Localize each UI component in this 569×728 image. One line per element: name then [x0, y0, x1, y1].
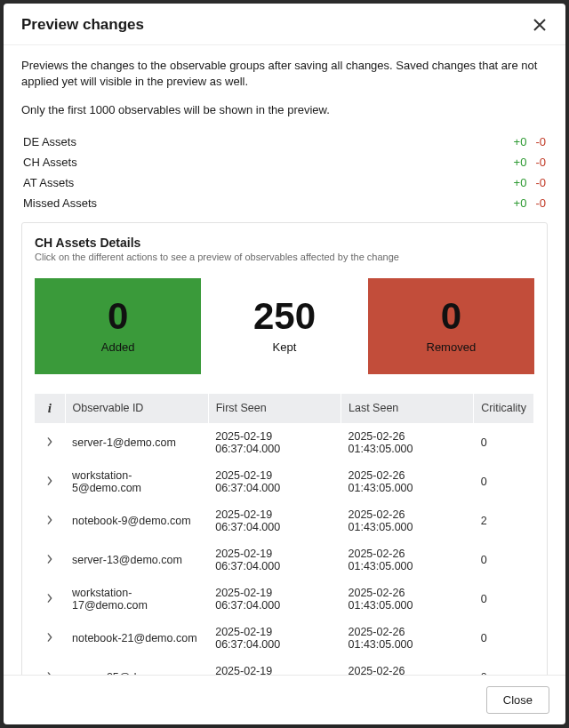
stats-row: 0 Added 250 Kept 0 Removed	[35, 278, 534, 374]
cell-observable-id: workstation-5@demo.com	[65, 462, 208, 501]
cell-last-seen: 2025-02-26 01:43:05.000	[341, 658, 474, 675]
cell-last-seen: 2025-02-26 01:43:05.000	[341, 540, 474, 580]
col-observable-id[interactable]: Observable ID	[65, 394, 208, 423]
cell-first-seen: 2025-02-19 06:37:04.000	[208, 540, 341, 580]
cell-criticality: 0	[474, 540, 534, 580]
cell-criticality: 0	[474, 580, 534, 619]
group-deltas: +0 -0	[514, 176, 546, 189]
chevron-right-icon[interactable]	[35, 580, 65, 619]
group-row[interactable]: CH Assets +0 -0	[21, 152, 548, 172]
cell-first-seen: 2025-02-19 06:37:04.000	[208, 580, 341, 619]
col-first-seen[interactable]: First Seen	[208, 394, 341, 423]
cell-first-seen: 2025-02-19 06:37:04.000	[208, 423, 341, 462]
group-name: Missed Assets	[23, 196, 97, 210]
dialog-footer: Close	[4, 675, 565, 724]
cell-observable-id: notebook-9@demo.com	[65, 501, 208, 540]
removed-count: -0	[535, 135, 546, 148]
dialog-header: Preview changes	[4, 4, 565, 44]
cell-last-seen: 2025-02-26 01:43:05.000	[341, 501, 474, 540]
cell-criticality: 0	[474, 658, 534, 675]
cell-first-seen: 2025-02-19 06:37:04.000	[208, 619, 341, 658]
details-card: CH Assets Details Click on the different…	[21, 222, 548, 675]
cell-observable-id: server-13@demo.com	[65, 540, 208, 580]
stat-removed[interactable]: 0 Removed	[368, 278, 534, 374]
table-header-row: i Observable ID First Seen Last Seen Cri…	[35, 394, 534, 423]
cell-observable-id: workstation-17@demo.com	[65, 580, 208, 619]
group-summary-list: DE Assets +0 -0 CH Assets +0 -0 AT Asset…	[21, 132, 548, 213]
chevron-right-icon[interactable]	[35, 540, 65, 580]
added-count: +0	[514, 156, 527, 169]
chevron-right-icon[interactable]	[35, 501, 65, 540]
added-count: +0	[514, 196, 527, 210]
table-row[interactable]: server-13@demo.com2025-02-19 06:37:04.00…	[35, 540, 534, 580]
cell-observable-id: server-1@demo.com	[65, 423, 208, 462]
group-deltas: +0 -0	[514, 135, 546, 148]
details-subtitle: Click on the different actions to see a …	[35, 252, 534, 262]
stat-removed-label: Removed	[427, 340, 477, 354]
table-body: server-1@demo.com2025-02-19 06:37:04.000…	[35, 423, 534, 675]
stat-added-value: 0	[108, 298, 128, 335]
cell-last-seen: 2025-02-26 01:43:05.000	[341, 423, 474, 462]
cell-criticality: 0	[474, 462, 534, 501]
stat-added[interactable]: 0 Added	[35, 278, 201, 374]
preview-changes-dialog: Preview changes Previews the changes to …	[4, 4, 565, 724]
group-deltas: +0 -0	[514, 196, 546, 210]
chevron-right-icon[interactable]	[35, 423, 65, 462]
cell-observable-id: notebook-21@demo.com	[65, 619, 208, 658]
chevron-right-icon[interactable]	[35, 462, 65, 501]
stat-added-label: Added	[101, 340, 135, 354]
group-row[interactable]: DE Assets +0 -0	[21, 132, 548, 152]
added-count: +0	[514, 135, 527, 148]
chevron-right-icon[interactable]	[35, 658, 65, 675]
stat-kept-value: 250	[253, 298, 316, 335]
cell-criticality: 0	[474, 423, 534, 462]
group-row[interactable]: Missed Assets +0 -0	[21, 193, 548, 213]
close-icon[interactable]	[532, 17, 548, 33]
table-row[interactable]: server-25@demo.com2025-02-19 06:37:04.00…	[35, 658, 534, 675]
added-count: +0	[514, 176, 527, 189]
cell-last-seen: 2025-02-26 01:43:05.000	[341, 462, 474, 501]
cell-first-seen: 2025-02-19 06:37:04.000	[208, 658, 341, 675]
cell-last-seen: 2025-02-26 01:43:05.000	[341, 619, 474, 658]
cell-criticality: 2	[474, 501, 534, 540]
cell-first-seen: 2025-02-19 06:37:04.000	[208, 501, 341, 540]
dialog-title: Preview changes	[21, 16, 144, 34]
group-name: AT Assets	[23, 176, 74, 189]
table-row[interactable]: notebook-21@demo.com2025-02-19 06:37:04.…	[35, 619, 534, 658]
cell-criticality: 0	[474, 619, 534, 658]
stat-removed-value: 0	[441, 298, 461, 335]
group-name: DE Assets	[23, 135, 76, 148]
col-info[interactable]: i	[35, 394, 65, 423]
stat-kept-label: Kept	[273, 340, 297, 354]
cell-last-seen: 2025-02-26 01:43:05.000	[341, 580, 474, 619]
table-row[interactable]: notebook-9@demo.com2025-02-19 06:37:04.0…	[35, 501, 534, 540]
cell-observable-id: server-25@demo.com	[65, 658, 208, 675]
table-row[interactable]: workstation-17@demo.com2025-02-19 06:37:…	[35, 580, 534, 619]
table-row[interactable]: server-1@demo.com2025-02-19 06:37:04.000…	[35, 423, 534, 462]
group-deltas: +0 -0	[514, 156, 546, 169]
removed-count: -0	[535, 196, 546, 210]
stat-kept[interactable]: 250 Kept	[201, 278, 367, 374]
close-button[interactable]: Close	[486, 686, 549, 714]
observables-table: i Observable ID First Seen Last Seen Cri…	[35, 394, 534, 675]
chevron-right-icon[interactable]	[35, 619, 65, 658]
group-row[interactable]: AT Assets +0 -0	[21, 172, 548, 193]
col-last-seen[interactable]: Last Seen	[341, 394, 474, 423]
intro-text-1: Previews the changes to the observable g…	[21, 58, 548, 90]
table-row[interactable]: workstation-5@demo.com2025-02-19 06:37:0…	[35, 462, 534, 501]
col-criticality[interactable]: Criticality	[474, 394, 534, 423]
removed-count: -0	[535, 156, 546, 169]
details-title: CH Assets Details	[35, 236, 534, 250]
removed-count: -0	[535, 176, 546, 189]
cell-first-seen: 2025-02-19 06:37:04.000	[208, 462, 341, 501]
group-name: CH Assets	[23, 156, 77, 169]
dialog-body[interactable]: Previews the changes to the observable g…	[4, 44, 565, 675]
intro-text-2: Only the first 1000 observables will be …	[21, 102, 548, 118]
